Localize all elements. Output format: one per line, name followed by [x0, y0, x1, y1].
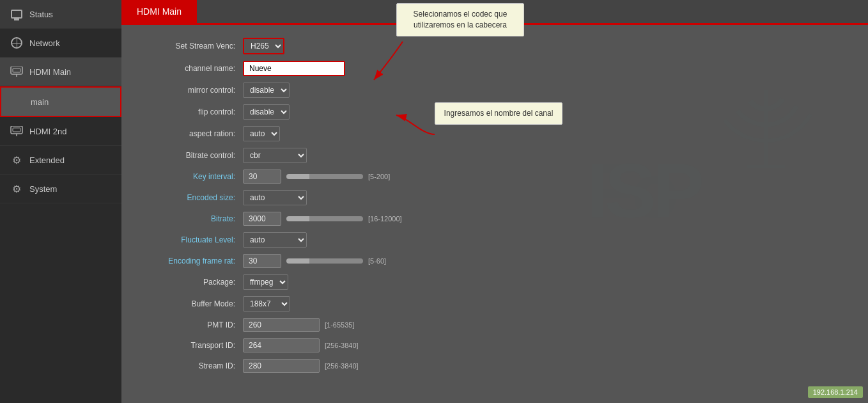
bitrate-control-control: cbr vbr — [243, 148, 307, 163]
encoding-frame-rate-range: [5-60] — [368, 257, 386, 265]
tooltip-canal: Ingresamos el nombre del canal — [435, 102, 562, 125]
mirror-control-row: mirror control: disable enable — [141, 83, 849, 98]
set-stream-venc-label: Set Stream Venc: — [141, 42, 243, 51]
fluctuate-level-label: Fluctuate Level: — [141, 235, 243, 244]
sidebar-item-label: System — [29, 184, 57, 194]
set-stream-venc-row: Set Stream Venc: H265 H264 — [141, 38, 849, 54]
bitrate-control-label: Bitrate control: — [141, 151, 243, 160]
flip-control-select[interactable]: disable enable — [243, 104, 290, 120]
buffer-mode-row: Buffer Mode: 188x7 188x14 — [141, 296, 849, 312]
key-interval-range: [5-200] — [368, 173, 390, 180]
package-row: Package: ffmpeg ts — [141, 274, 849, 290]
sidebar-item-label: Status — [29, 10, 53, 19]
transport-id-label: Transport ID: — [141, 341, 243, 350]
pmt-id-control: [1-65535] — [243, 318, 354, 332]
encoding-frame-rate-row: Encoding frame rat: [5-60] — [141, 254, 849, 268]
gear-icon: ⚙ — [10, 154, 23, 166]
bitrate-control-select[interactable]: cbr vbr — [243, 148, 307, 163]
ip-badge: 192.168.1.214 — [808, 386, 863, 398]
mirror-control-label: mirror control: — [141, 86, 243, 95]
bitrate-slider[interactable] — [286, 216, 363, 221]
key-interval-label: Key interval: — [141, 172, 243, 181]
encoded-size-control: auto 1920x1080 1280x720 — [243, 190, 307, 205]
bitrate-range: [16-12000] — [368, 215, 402, 223]
aspect-ration-control: auto 4:3 16:9 — [243, 126, 280, 141]
sidebar-item-label: main — [31, 97, 49, 107]
encoding-frame-rate-input[interactable] — [243, 254, 281, 268]
key-interval-input[interactable] — [243, 170, 281, 184]
sidebar-item-status[interactable]: Status — [0, 0, 121, 29]
bitrate-control: [16-12000] — [243, 212, 402, 226]
key-interval-slider[interactable] — [286, 174, 363, 179]
bitrate-control-row: Bitrate control: cbr vbr — [141, 148, 849, 163]
main-content: HDMI Main ISP Fo Selecionamos el codec q… — [121, 0, 868, 403]
svg-rect-4 — [13, 128, 20, 132]
flip-control-label: flip control: — [141, 107, 243, 116]
buffer-mode-control: 188x7 188x14 — [243, 296, 290, 312]
system-gear-icon: ⚙ — [10, 182, 23, 195]
aspect-ration-label: aspect ration: — [141, 129, 243, 138]
bitrate-label: Bitrate: — [141, 214, 243, 223]
fluctuate-level-control: auto 1 2 3 — [243, 232, 307, 248]
sidebar-item-hdmi-2nd[interactable]: HDMI 2nd — [0, 117, 121, 146]
mirror-control-control: disable enable — [243, 83, 290, 98]
sidebar-item-label: Extended — [29, 155, 65, 165]
hdmi-icon — [10, 65, 23, 78]
package-select[interactable]: ffmpeg ts — [243, 274, 288, 290]
package-label: Package: — [141, 278, 243, 287]
flip-control-control: disable enable — [243, 104, 290, 120]
hdmi2-icon — [10, 125, 23, 138]
buffer-mode-label: Buffer Mode: — [141, 299, 243, 308]
channel-name-control — [243, 61, 345, 76]
fluctuate-level-row: Fluctuate Level: auto 1 2 3 — [141, 232, 849, 248]
bitrate-input[interactable] — [243, 212, 281, 226]
stream-id-control: [256-3840] — [243, 359, 359, 373]
pmt-id-input[interactable] — [243, 318, 320, 332]
encoding-frame-rate-label: Encoding frame rat: — [141, 257, 243, 265]
transport-id-input[interactable] — [243, 338, 320, 352]
encoded-size-select[interactable]: auto 1920x1080 1280x720 — [243, 190, 307, 205]
sidebar-item-label: HDMI 2nd — [29, 127, 67, 136]
encoded-size-label: Encoded size: — [141, 193, 243, 202]
bitrate-row: Bitrate: [16-12000] — [141, 212, 849, 226]
globe-icon — [10, 36, 23, 49]
set-stream-venc-select[interactable]: H265 H264 — [243, 38, 284, 54]
sidebar-item-label: HDMI Main — [29, 67, 71, 77]
aspect-ration-row: aspect ration: auto 4:3 16:9 — [141, 126, 849, 141]
set-stream-venc-control: H265 H264 — [243, 38, 284, 54]
fluctuate-level-select[interactable]: auto 1 2 3 — [243, 232, 307, 248]
channel-name-input[interactable] — [243, 61, 345, 76]
sidebar-item-extended[interactable]: ⚙ Extended — [0, 146, 121, 175]
transport-id-row: Transport ID: [256-3840] — [141, 338, 849, 352]
sidebar-item-network[interactable]: Network — [0, 29, 121, 58]
blank-icon — [12, 95, 24, 108]
sidebar-item-label: Network — [29, 38, 60, 48]
encoding-frame-rate-slider[interactable] — [286, 258, 363, 264]
pmt-id-range: [1-65535] — [325, 321, 354, 329]
stream-id-label: Stream ID: — [141, 361, 243, 370]
encoding-frame-rate-control: [5-60] — [243, 254, 386, 268]
transport-id-range: [256-3840] — [325, 342, 359, 349]
aspect-ration-select[interactable]: auto 4:3 16:9 — [243, 126, 280, 141]
sidebar-item-hdmi-main[interactable]: HDMI Main — [0, 58, 121, 86]
pmt-id-label: PMT ID: — [141, 320, 243, 329]
tab-hdmi-main[interactable]: HDMI Main — [121, 0, 197, 23]
key-interval-row: Key interval: [5-200] — [141, 170, 849, 184]
channel-name-label: channel name: — [141, 64, 243, 73]
transport-id-control: [256-3840] — [243, 338, 359, 352]
stream-id-range: [256-3840] — [325, 362, 359, 370]
svg-rect-1 — [13, 68, 20, 72]
mirror-control-select[interactable]: disable enable — [243, 83, 290, 98]
buffer-mode-select[interactable]: 188x7 188x14 — [243, 296, 290, 312]
sidebar: Status Network HDMI Main main HDMI 2nd — [0, 0, 121, 403]
sidebar-item-system[interactable]: ⚙ System — [0, 175, 121, 203]
monitor-icon — [10, 8, 23, 20]
form-area: Set Stream Venc: H265 H264 channel name:… — [121, 25, 868, 403]
package-control: ffmpeg ts — [243, 274, 288, 290]
stream-id-input[interactable] — [243, 359, 320, 373]
stream-id-row: Stream ID: [256-3840] — [141, 359, 849, 373]
pmt-id-row: PMT ID: [1-65535] — [141, 318, 849, 332]
sidebar-item-main[interactable]: main — [0, 86, 121, 117]
tooltip-codec: Selecionamos el codec que utilizaremos e… — [396, 3, 524, 36]
encoded-size-row: Encoded size: auto 1920x1080 1280x720 — [141, 190, 849, 205]
